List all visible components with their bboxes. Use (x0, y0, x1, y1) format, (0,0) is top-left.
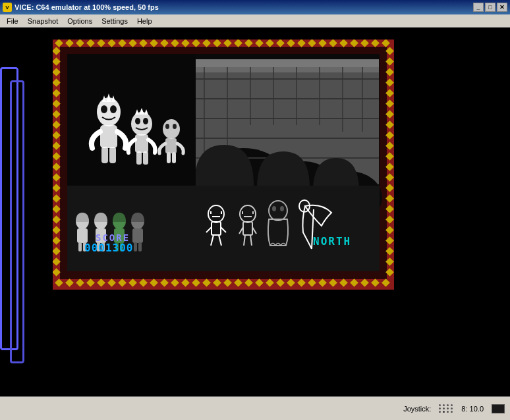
close-button[interactable]: ✕ (497, 3, 507, 12)
svg-rect-149 (165, 138, 177, 153)
svg-rect-144 (143, 151, 148, 165)
svg-text:0001300: 0001300 (84, 242, 133, 254)
menu-file[interactable]: File (3, 16, 22, 26)
window-controls: _ □ ✕ (473, 3, 507, 12)
menu-bar: File Snapshot Options Settings Help (0, 14, 510, 28)
svg-rect-150 (167, 152, 171, 163)
svg-point-134 (110, 105, 117, 113)
svg-point-146 (163, 119, 180, 139)
speed-display: 8: 10.0 (461, 405, 484, 413)
svg-rect-135 (100, 125, 117, 148)
svg-rect-154 (78, 242, 82, 251)
joystick-dots (439, 404, 453, 413)
speed-indicator (492, 404, 505, 413)
minimize-button[interactable]: _ (473, 3, 484, 12)
title-bar: V VICE: C64 emulator at 100% speed, 50 f… (0, 0, 510, 14)
app-icon: V (3, 3, 12, 12)
title-left: V VICE: C64 emulator at 100% speed, 50 f… (3, 3, 159, 12)
svg-point-133 (101, 105, 107, 113)
svg-rect-143 (136, 151, 142, 165)
svg-point-140 (135, 118, 140, 124)
svg-point-139 (131, 112, 152, 136)
game-display: // Drawn inline via SVG pattern (53, 39, 394, 290)
sidebar-decoration (10, 80, 24, 363)
status-bar: Joystick: 8: 10.0 (0, 396, 510, 420)
svg-rect-137 (109, 147, 116, 163)
svg-rect-129 (184, 59, 379, 67)
menu-settings[interactable]: Settings (98, 16, 132, 26)
svg-rect-151 (172, 152, 176, 163)
svg-point-148 (173, 124, 177, 129)
svg-point-141 (143, 118, 148, 124)
maximize-button[interactable]: □ (485, 3, 496, 12)
svg-rect-136 (101, 147, 108, 163)
svg-rect-142 (135, 134, 148, 153)
svg-point-190 (280, 206, 284, 211)
emulator-area: // Drawn inline via SVG pattern (0, 28, 510, 409)
window-title: VICE: C64 emulator at 100% speed, 50 fps (14, 3, 159, 11)
svg-text:NORTH: NORTH (313, 235, 351, 248)
menu-help[interactable]: Help (133, 16, 156, 26)
svg-rect-166 (134, 242, 137, 251)
menu-options[interactable]: Options (63, 16, 96, 26)
svg-rect-131 (67, 54, 196, 186)
svg-rect-153 (77, 228, 88, 243)
svg-point-147 (165, 124, 169, 129)
joystick-label: Joystick: (403, 405, 431, 413)
menu-snapshot[interactable]: Snapshot (24, 16, 62, 26)
svg-rect-130 (67, 186, 380, 271)
svg-point-189 (272, 206, 276, 211)
svg-rect-165 (132, 228, 143, 243)
svg-rect-167 (138, 242, 142, 251)
